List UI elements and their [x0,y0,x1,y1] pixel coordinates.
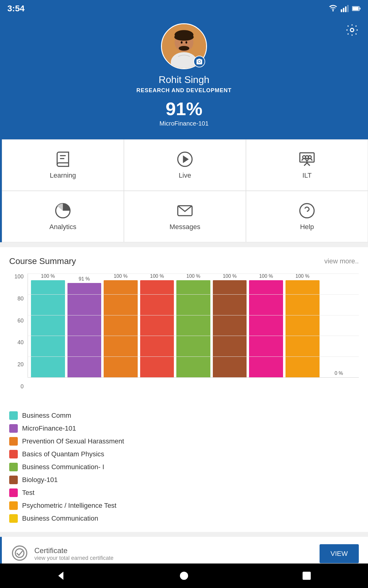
chart-bars: 100 %91 %100 %100 %100 %100 %100 %100 %0… [28,273,359,378]
svg-point-0 [332,10,334,12]
nav-item-ilt[interactable]: ILT [246,139,368,191]
chart-bar-5: 100 % [213,273,247,377]
envelope-icon [176,202,194,219]
help-icon [298,202,316,219]
status-icons [329,4,361,13]
svg-point-15 [186,41,187,44]
legend-item-3: Basics of Quantam Physics [9,450,359,458]
profile-score: 91% [166,100,202,118]
analytics-icon [54,202,71,219]
home-icon [178,570,190,582]
nav-label-analytics: Analytics [49,223,76,231]
back-button[interactable] [55,570,67,582]
summary-header: Course Summary view more.. [9,256,359,266]
view-certificate-button[interactable]: VIEW [320,544,359,563]
nav-section: Learning Live ILT [0,139,368,242]
svg-point-8 [351,28,354,32]
nav-label-live: Live [179,172,191,179]
view-more-link[interactable]: view more.. [324,257,359,265]
profile-course: MicroFinance-101 [159,120,209,127]
svg-point-16 [179,46,190,51]
nav-item-live[interactable]: Live [124,139,246,191]
chart-bar-1: 91 % [67,273,102,377]
svg-rect-6 [360,8,361,9]
home-button[interactable] [178,570,190,582]
svg-marker-29 [58,572,63,580]
summary-title: Course Summary [9,256,76,266]
nav-grid: Learning Live ILT [2,139,368,242]
chart-bar-3: 100 % [140,273,174,377]
course-summary-section: Course Summary view more.. 0 20 40 60 80… [0,247,368,532]
svg-point-13 [174,34,194,41]
nav-label-help: Help [300,223,314,231]
wifi-icon [329,4,337,13]
book-icon [54,151,71,168]
legend-item-2: Prevention Of Sexual Harassment [9,437,359,446]
svg-marker-18 [183,156,188,162]
recent-icon [301,570,313,582]
profile-department: RESEARCH AND DEVELOPMENT [136,87,232,94]
legend-item-6: Test [9,488,359,497]
recent-button[interactable] [301,570,313,582]
legend-item-0: Business Comm [9,411,359,420]
legend-item-1: MicroFinance-101 [9,424,359,433]
chart-bar-4: 100 % [176,273,210,377]
certificate-icon [11,545,28,563]
play-circle-icon [176,151,194,168]
certificate-text: Certificate view your total earned certi… [34,546,313,561]
avatar-container [161,23,207,69]
profile-name: Rohit Singh [159,74,209,85]
chart-bar-7: 100 % [286,273,320,377]
nav-label-learning: Learning [50,172,76,179]
nav-item-messages[interactable]: Messages [124,191,246,242]
nav-label-messages: Messages [170,223,200,231]
svg-point-14 [181,41,182,44]
nav-label-ilt: ILT [302,172,312,179]
chart-legend: Business CommMicroFinance-101Prevention … [9,411,359,523]
svg-rect-4 [347,5,349,12]
chart-bar-0: 100 % [31,273,65,377]
status-time: 3:54 [7,4,25,13]
svg-point-30 [180,572,188,580]
svg-point-27 [13,546,27,560]
legend-item-5: Biology-101 [9,476,359,484]
certificate-title: Certificate [34,546,313,555]
nav-item-analytics[interactable]: Analytics [2,191,124,242]
chart-bar-2: 100 % [104,273,138,377]
presentation-icon [298,151,316,168]
nav-item-help[interactable]: Help [246,191,368,242]
svg-rect-1 [341,9,342,12]
chart-bar-6: 100 % [249,273,283,377]
status-bar: 3:54 [0,0,368,17]
svg-point-28 [15,549,24,557]
svg-rect-2 [343,8,344,12]
chart-bar-8: 0 % [322,273,356,377]
svg-rect-3 [345,6,347,12]
chart-y-axis: 0 20 40 60 80 100 [9,273,26,390]
svg-point-25 [300,204,314,218]
back-icon [55,570,67,582]
legend-item-4: Business Communication- I [9,463,359,471]
battery-icon [352,4,361,13]
svg-rect-31 [303,572,311,580]
profile-header: Rohit Singh RESEARCH AND DEVELOPMENT 91%… [0,17,368,139]
chart-container: 0 20 40 60 80 100 100 %91 %100 %100 %100… [9,273,359,402]
camera-button[interactable] [194,56,205,67]
settings-button[interactable] [345,23,359,38]
svg-rect-7 [353,7,359,10]
legend-item-7: Psychometric / Intelligence Test [9,501,359,510]
nav-item-learning[interactable]: Learning [2,139,124,191]
bottom-nav-bar [0,564,368,588]
signal-icon [340,4,349,13]
certificate-subtitle: view your total earned certificate [34,555,313,561]
legend-item-8: Business Communication [9,514,359,523]
